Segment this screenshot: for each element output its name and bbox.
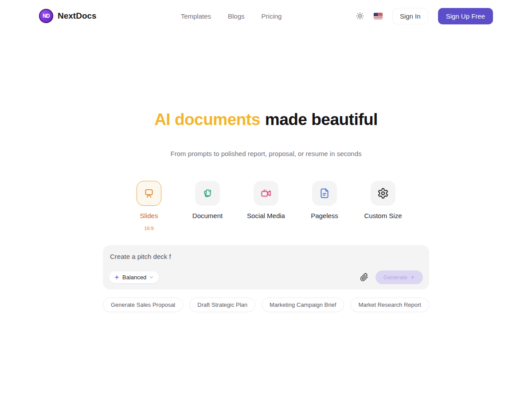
title-rest: made beautiful xyxy=(265,110,378,129)
file-document-icon xyxy=(319,188,330,199)
sign-up-button[interactable]: Sign Up Free xyxy=(438,8,493,24)
chip-market-research-report[interactable]: Market Research Report xyxy=(350,297,429,312)
document-tile xyxy=(195,181,220,206)
attach-file-button[interactable] xyxy=(358,271,370,283)
logo-nd-icon: ND xyxy=(39,9,53,23)
header: ND NextDocs Templates Blogs Pricing Sign… xyxy=(0,0,532,32)
format-option-custom-size[interactable]: Custom Size xyxy=(358,181,408,219)
main-nav: Templates Blogs Pricing xyxy=(181,12,282,20)
sparkle-icon xyxy=(114,274,120,280)
hero-section: AI documentsmade beautiful From prompts … xyxy=(0,110,532,157)
format-aspect-ratio: 16:9 xyxy=(144,226,153,231)
format-label: Social Media xyxy=(247,212,285,219)
custom-size-tile xyxy=(371,181,395,206)
generate-sparkle-icon xyxy=(410,275,415,280)
nav-pricing[interactable]: Pricing xyxy=(262,12,282,20)
chevron-down-icon xyxy=(149,275,154,280)
prompt-card: Create a pitch deck f Balanced Gener xyxy=(103,245,429,289)
nextdocs-landing-page: ND NextDocs Templates Blogs Pricing Sign… xyxy=(0,0,532,399)
chip-generate-sales-proposal[interactable]: Generate Sales Proposal xyxy=(103,297,183,312)
suggestion-chips: Generate Sales Proposal Draft Strategic … xyxy=(103,297,429,312)
format-option-document[interactable]: Document xyxy=(183,181,232,219)
sun-icon xyxy=(356,12,364,20)
prompt-right-controls: Generate xyxy=(358,270,423,284)
logo-monogram: ND xyxy=(43,13,49,19)
mode-selector-dropdown[interactable]: Balanced xyxy=(109,271,159,283)
slides-tile xyxy=(137,181,161,206)
theme-toggle-button[interactable] xyxy=(356,12,364,20)
paperclip-icon xyxy=(360,273,368,282)
presentation-icon xyxy=(143,188,155,199)
title-highlight: AI documents xyxy=(154,110,260,129)
gear-icon xyxy=(377,188,389,199)
sign-in-button[interactable]: Sign In xyxy=(392,8,428,24)
copy-pages-icon xyxy=(202,188,213,199)
format-selector: Slides 16:9 Document Social Me xyxy=(0,181,532,235)
page-title: AI documentsmade beautiful xyxy=(0,110,532,129)
format-option-slides[interactable]: Slides 16:9 xyxy=(124,181,174,231)
nav-templates[interactable]: Templates xyxy=(181,12,211,20)
brand-logo[interactable]: ND NextDocs xyxy=(39,9,97,23)
format-label: Slides xyxy=(140,212,158,219)
mode-label: Balanced xyxy=(122,274,146,281)
us-flag-icon xyxy=(374,13,383,19)
format-option-social-media[interactable]: Social Media xyxy=(241,181,291,219)
format-option-pageless[interactable]: Pageless xyxy=(300,181,349,219)
chip-marketing-campaign-brief[interactable]: Marketing Campaign Brief xyxy=(262,297,344,312)
social-media-tile xyxy=(254,181,278,206)
hero-subtitle: From prompts to polished report, proposa… xyxy=(0,150,532,157)
format-label: Custom Size xyxy=(364,212,402,219)
pageless-tile xyxy=(312,181,337,206)
prompt-controls: Balanced Generate xyxy=(109,270,423,284)
header-actions: Sign In Sign Up Free xyxy=(356,8,493,24)
brand-name: NextDocs xyxy=(58,11,97,21)
prompt-input[interactable]: Create a pitch deck f xyxy=(109,250,423,269)
nav-blogs[interactable]: Blogs xyxy=(228,12,245,20)
language-button[interactable] xyxy=(374,13,383,19)
video-camera-icon xyxy=(260,188,272,199)
generate-label: Generate xyxy=(383,274,407,281)
format-label: Document xyxy=(192,212,223,219)
format-label: Pageless xyxy=(311,212,338,219)
generate-button[interactable]: Generate xyxy=(376,270,423,284)
chip-draft-strategic-plan[interactable]: Draft Strategic Plan xyxy=(189,297,255,312)
